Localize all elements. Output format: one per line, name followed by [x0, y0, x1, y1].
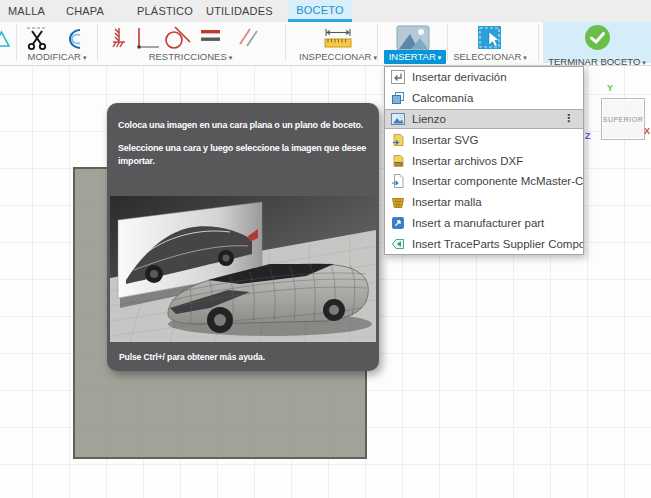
fix-constraint-icon[interactable] — [107, 25, 131, 55]
decal-icon — [391, 91, 405, 105]
insert-mesh-icon — [391, 195, 405, 209]
view-cube-face-label: SUPERIOR — [603, 116, 644, 123]
ribbon-toolbar: MODIFICAR▾ — [0, 22, 651, 66]
tooltip-paragraph-2: Seleccione una cara y luego seleccione l… — [118, 142, 373, 168]
axis-z-label: Z — [585, 131, 591, 141]
tab-chapa[interactable]: CHAPA — [66, 0, 104, 22]
check-circle-icon — [584, 24, 611, 51]
traceparts-icon — [391, 237, 405, 251]
equal-constraint-icon[interactable] — [200, 29, 222, 49]
menu-item-lienzo[interactable]: Lienzo ⋮ — [385, 109, 583, 130]
restricciones-label: RESTRICCIONES — [149, 51, 227, 62]
dropdown-caret-icon: ▾ — [523, 54, 527, 61]
view-cube[interactable]: SUPERIOR — [601, 98, 645, 140]
menu-item-insertar-svg[interactable]: Insertar SVG — [385, 129, 583, 150]
menu-item-mcmaster-carr[interactable]: Insertar componente McMaster-Carr — [385, 171, 583, 192]
menu-item-label: Lienzo — [412, 113, 446, 125]
inspeccionar-dropdown[interactable]: INSPECCIONAR▾ — [292, 51, 384, 63]
manufacturer-part-icon — [391, 216, 405, 230]
menu-item-label: Insert TraceParts Supplier Components — [412, 238, 583, 250]
insert-dxf-icon: DXF — [391, 154, 405, 168]
menu-item-insertar-dxf[interactable]: DXF Insertar archivos DXF — [385, 150, 583, 171]
insertar-label: INSERTAR — [389, 51, 436, 62]
tab-boceto[interactable]: BOCETO — [288, 0, 352, 22]
menu-item-label: Insertar derivación — [412, 71, 507, 83]
seleccionar-label: SELECCIONAR — [453, 51, 521, 62]
insert-dropdown-menu: Insertar derivación Calcomanía Lienzo ⋮ … — [384, 66, 584, 255]
seleccionar-dropdown[interactable]: SELECCIONAR▾ — [445, 51, 535, 63]
insert-svg-icon — [391, 133, 405, 147]
svg-text:DXF: DXF — [395, 161, 402, 165]
ribbon-tab-bar: MALLA CHAPA PLÁSTICO UTILIDADES BOCETO — [0, 0, 651, 22]
canvas-icon — [391, 112, 405, 126]
menu-item-insertar-derivacion[interactable]: Insertar derivación — [385, 67, 583, 88]
tab-malla[interactable]: MALLA — [8, 0, 45, 22]
menu-item-insertar-malla[interactable]: Insertar malla — [385, 192, 583, 213]
fusion-window: MALLA CHAPA PLÁSTICO UTILIDADES BOCETO — [0, 0, 651, 498]
inspeccionar-label: INSPECCIONAR — [299, 51, 371, 62]
menu-item-label: Insertar archivos DXF — [412, 155, 523, 167]
tooltip-text: Coloca una imagen en una cara plana o un… — [107, 103, 379, 168]
tooltip-preview-image — [110, 196, 376, 342]
insertar-dropdown[interactable]: INSERTAR▾ — [384, 50, 446, 64]
dropdown-caret-icon: ▾ — [642, 59, 646, 66]
menu-item-label: Calcomanía — [412, 92, 473, 104]
tab-utilidades[interactable]: UTILIDADES — [206, 0, 273, 22]
modificar-label: MODIFICAR — [28, 51, 81, 62]
menu-item-manufacturer-part[interactable]: Insert a manufacturer part — [385, 213, 583, 234]
lienzo-tooltip: Coloca una imagen en una cara plana o un… — [107, 103, 379, 371]
menu-item-label: Insertar malla — [412, 196, 482, 208]
dropdown-caret-icon: ▾ — [229, 54, 233, 61]
parallel-constraint-icon[interactable] — [236, 25, 262, 53]
terminar-boceto-button[interactable]: TERMINAR BOCETO▾ — [543, 22, 651, 63]
tab-plastico[interactable]: PLÁSTICO — [137, 0, 193, 22]
modificar-dropdown[interactable]: MODIFICAR▾ — [14, 51, 100, 63]
tooltip-help-hint: Pulse Ctrl+/ para obtener más ayuda. — [119, 352, 265, 362]
tooltip-paragraph-1: Coloca una imagen en una cara plana o un… — [118, 119, 373, 132]
menu-item-label: Insertar SVG — [412, 134, 478, 146]
dropdown-caret-icon: ▾ — [83, 54, 87, 61]
axis-y-label: Y — [607, 83, 613, 93]
menu-item-label: Insertar componente McMaster-Carr — [412, 175, 583, 187]
insert-derive-icon — [391, 70, 405, 84]
dropdown-caret-icon: ▾ — [438, 54, 442, 61]
menu-item-label: Insert a manufacturer part — [412, 217, 544, 229]
more-options-icon[interactable]: ⋮ — [563, 112, 583, 125]
axis-x-label: X — [644, 126, 650, 136]
create-triangle-icon[interactable] — [0, 28, 13, 54]
menu-item-traceparts[interactable]: Insert TraceParts Supplier Components — [385, 233, 583, 254]
menu-item-calcomania[interactable]: Calcomanía — [385, 88, 583, 109]
restricciones-dropdown[interactable]: RESTRICCIONES▾ — [138, 51, 243, 63]
mcmaster-icon — [391, 174, 405, 188]
